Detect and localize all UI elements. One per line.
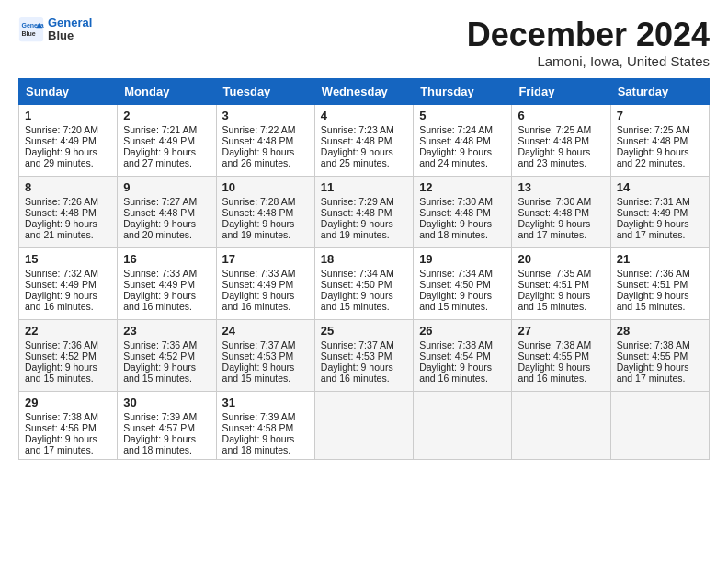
svg-rect-0: [19, 17, 43, 41]
daylight: Daylight: 9 hours and 15 minutes.: [419, 290, 506, 312]
calendar-cell: 14Sunrise: 7:31 AMSunset: 4:49 PMDayligh…: [610, 176, 709, 247]
daylight: Daylight: 9 hours and 17 minutes.: [617, 218, 703, 240]
day-number: 22: [25, 324, 111, 338]
day-number: 7: [617, 109, 703, 122]
daylight: Daylight: 9 hours and 17 minutes.: [617, 362, 703, 384]
daylight: Daylight: 9 hours and 15 minutes.: [321, 290, 407, 312]
sunrise: Sunrise: 7:20 AM: [25, 124, 111, 135]
weekday-header-monday: Monday: [118, 78, 216, 104]
calendar-cell: 27Sunrise: 7:38 AMSunset: 4:55 PMDayligh…: [512, 319, 610, 391]
sunrise: Sunrise: 7:33 AM: [222, 268, 309, 279]
day-number: 31: [222, 396, 309, 409]
sunrise: Sunrise: 7:22 AM: [222, 124, 309, 135]
daylight: Daylight: 9 hours and 20 minutes.: [123, 218, 210, 240]
day-number: 3: [222, 109, 309, 122]
sunrise: Sunrise: 7:38 AM: [518, 339, 604, 350]
day-number: 6: [518, 109, 604, 122]
daylight: Daylight: 9 hours and 17 minutes.: [518, 218, 604, 240]
day-number: 21: [617, 252, 703, 266]
sunset: Sunset: 4:51 PM: [617, 279, 703, 290]
sunset: Sunset: 4:57 PM: [123, 422, 210, 433]
calendar-cell: 17Sunrise: 7:33 AMSunset: 4:49 PMDayligh…: [216, 247, 314, 319]
sunset: Sunset: 4:56 PM: [25, 422, 111, 433]
sunset: Sunset: 4:52 PM: [25, 350, 111, 362]
calendar-cell: 22Sunrise: 7:36 AMSunset: 4:52 PMDayligh…: [19, 319, 118, 391]
daylight: Daylight: 9 hours and 18 minutes.: [123, 433, 210, 455]
day-number: 24: [222, 324, 309, 338]
sunrise: Sunrise: 7:39 AM: [123, 411, 210, 422]
sunrise: Sunrise: 7:37 AM: [222, 339, 309, 350]
sunrise: Sunrise: 7:29 AM: [321, 196, 407, 207]
sunrise: Sunrise: 7:26 AM: [25, 196, 111, 207]
sunset: Sunset: 4:51 PM: [518, 279, 604, 290]
daylight: Daylight: 9 hours and 15 minutes.: [222, 362, 309, 384]
sunrise: Sunrise: 7:25 AM: [518, 124, 604, 135]
sunrise: Sunrise: 7:24 AM: [419, 124, 506, 135]
sunset: Sunset: 4:48 PM: [617, 135, 703, 146]
sunrise: Sunrise: 7:35 AM: [518, 268, 604, 279]
sunset: Sunset: 4:48 PM: [419, 135, 506, 146]
sunrise: Sunrise: 7:25 AM: [617, 124, 703, 135]
weekday-header-saturday: Saturday: [610, 78, 709, 104]
calendar-cell: 10Sunrise: 7:28 AMSunset: 4:48 PMDayligh…: [216, 176, 314, 247]
calendar-table: SundayMondayTuesdayWednesdayThursdayFrid…: [18, 78, 710, 460]
daylight: Daylight: 9 hours and 26 minutes.: [222, 146, 309, 168]
sunset: Sunset: 4:58 PM: [222, 422, 309, 433]
calendar-cell: 19Sunrise: 7:34 AMSunset: 4:50 PMDayligh…: [414, 247, 512, 319]
logo: General Blue General Blue: [18, 17, 92, 43]
sunset: Sunset: 4:49 PM: [123, 135, 210, 146]
day-number: 12: [419, 180, 506, 194]
calendar-cell: 30Sunrise: 7:39 AMSunset: 4:57 PMDayligh…: [118, 391, 216, 459]
sunrise: Sunrise: 7:38 AM: [617, 339, 703, 350]
day-number: 28: [617, 324, 703, 338]
sunset: Sunset: 4:48 PM: [518, 207, 604, 218]
svg-text:Blue: Blue: [22, 30, 36, 37]
calendar-cell: 3Sunrise: 7:22 AMSunset: 4:48 PMDaylight…: [216, 104, 314, 176]
sunset: Sunset: 4:50 PM: [419, 279, 506, 290]
calendar-cell: 5Sunrise: 7:24 AMSunset: 4:48 PMDaylight…: [414, 104, 512, 176]
calendar-cell: 20Sunrise: 7:35 AMSunset: 4:51 PMDayligh…: [512, 247, 610, 319]
day-number: 27: [518, 324, 604, 338]
day-number: 14: [617, 180, 703, 194]
sunrise: Sunrise: 7:33 AM: [123, 268, 210, 279]
sunset: Sunset: 4:48 PM: [25, 207, 111, 218]
sunrise: Sunrise: 7:30 AM: [518, 196, 604, 207]
sunset: Sunset: 4:48 PM: [123, 207, 210, 218]
sunset: Sunset: 4:49 PM: [123, 279, 210, 290]
day-number: 16: [123, 252, 210, 266]
daylight: Daylight: 9 hours and 16 minutes.: [123, 290, 210, 312]
day-number: 17: [222, 252, 309, 266]
sunset: Sunset: 4:54 PM: [419, 350, 506, 362]
calendar-cell: 24Sunrise: 7:37 AMSunset: 4:53 PMDayligh…: [216, 319, 314, 391]
day-number: 15: [25, 252, 111, 266]
day-number: 26: [419, 324, 506, 338]
sunrise: Sunrise: 7:34 AM: [419, 268, 506, 279]
sunrise: Sunrise: 7:21 AM: [123, 124, 210, 135]
weekday-header-row: SundayMondayTuesdayWednesdayThursdayFrid…: [19, 78, 710, 104]
calendar-cell: 26Sunrise: 7:38 AMSunset: 4:54 PMDayligh…: [414, 319, 512, 391]
daylight: Daylight: 9 hours and 16 minutes.: [321, 362, 407, 384]
header: General Blue General Blue December 2024 …: [18, 17, 710, 69]
sunrise: Sunrise: 7:37 AM: [321, 339, 407, 350]
sunrise: Sunrise: 7:34 AM: [321, 268, 407, 279]
calendar-cell: 25Sunrise: 7:37 AMSunset: 4:53 PMDayligh…: [314, 319, 413, 391]
day-number: 30: [123, 396, 210, 409]
calendar-page: General Blue General Blue December 2024 …: [0, 0, 728, 469]
daylight: Daylight: 9 hours and 19 minutes.: [321, 218, 407, 240]
calendar-cell: 2Sunrise: 7:21 AMSunset: 4:49 PMDaylight…: [118, 104, 216, 176]
calendar-cell: 4Sunrise: 7:23 AMSunset: 4:48 PMDaylight…: [314, 104, 413, 176]
weekday-header-tuesday: Tuesday: [216, 78, 314, 104]
month-title: December 2024: [467, 17, 710, 53]
sunset: Sunset: 4:50 PM: [321, 279, 407, 290]
day-number: 18: [321, 252, 407, 266]
logo-general: General: [48, 17, 92, 29]
sunset: Sunset: 4:48 PM: [222, 207, 309, 218]
daylight: Daylight: 9 hours and 15 minutes.: [123, 362, 210, 384]
daylight: Daylight: 9 hours and 25 minutes.: [321, 146, 407, 168]
sunrise: Sunrise: 7:39 AM: [222, 411, 309, 422]
sunset: Sunset: 4:53 PM: [222, 350, 309, 362]
daylight: Daylight: 9 hours and 24 minutes.: [419, 146, 506, 168]
calendar-cell: [414, 391, 512, 459]
calendar-cell: 9Sunrise: 7:27 AMSunset: 4:48 PMDaylight…: [118, 176, 216, 247]
daylight: Daylight: 9 hours and 16 minutes.: [419, 362, 506, 384]
